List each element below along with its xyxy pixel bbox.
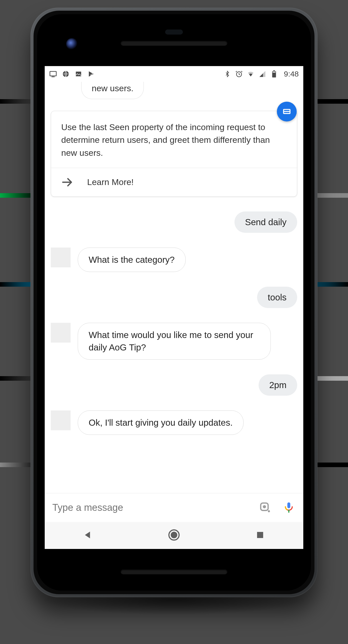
user-bubble[interactable]: 2pm — [259, 374, 297, 396]
user-message-text: Send daily — [245, 217, 287, 227]
user-bubble[interactable]: tools — [257, 287, 297, 308]
svg-rect-17 — [257, 532, 263, 538]
app-badge[interactable] — [277, 102, 297, 121]
bot-avatar — [51, 323, 71, 343]
lens-icon — [259, 501, 271, 515]
learn-more-label: Learn More! — [87, 177, 134, 187]
partial-bubble-text: new users. — [92, 83, 133, 93]
mic-icon — [283, 501, 295, 515]
svg-rect-13 — [287, 502, 290, 508]
status-time: 9:48 — [284, 70, 299, 78]
earpiece-speaker — [121, 41, 227, 46]
composer-bar — [45, 493, 303, 522]
play-icon — [87, 70, 95, 78]
recents-button[interactable] — [253, 528, 267, 543]
bot-message-row: Ok, I'll start giving you daily updates. — [51, 410, 297, 435]
bot-message-text: What time would you like me to send your… — [89, 330, 253, 352]
lens-button[interactable] — [258, 501, 272, 515]
svg-rect-6 — [273, 70, 275, 71]
tip-card: Use the last Seen property of the incomi… — [51, 111, 297, 197]
chat-scroll-area[interactable]: new users. Use the last Seen property of… — [45, 82, 303, 493]
bot-bubble[interactable]: Ok, I'll start giving you daily updates. — [78, 410, 244, 435]
cell-icon — [259, 70, 266, 78]
triangle-back-icon — [83, 530, 93, 541]
bot-bubble[interactable]: What is the category? — [78, 248, 186, 272]
arrow-right-icon — [61, 176, 73, 188]
message-input[interactable] — [52, 502, 248, 513]
battery-icon — [270, 70, 278, 78]
back-button[interactable] — [81, 528, 95, 543]
user-message-row: 2pm — [51, 374, 297, 396]
user-bubble[interactable]: Send daily — [234, 211, 297, 233]
user-message-row: tools — [51, 287, 297, 308]
proximity-sensor — [165, 29, 183, 35]
partial-previous-bubble: new users. — [81, 82, 144, 99]
bot-message-text: Ok, I'll start giving you daily updates. — [89, 418, 233, 427]
wifi-icon — [247, 70, 255, 78]
tray-icon — [282, 106, 292, 117]
svg-rect-7 — [273, 72, 275, 73]
front-camera — [66, 38, 78, 50]
svg-rect-3 — [76, 72, 81, 76]
circle-home-icon — [168, 529, 180, 542]
square-recents-icon — [256, 530, 265, 541]
navigation-bar — [45, 522, 303, 549]
screen: 9:48 new users. Use the last Seen proper… — [45, 66, 303, 549]
bot-avatar — [51, 410, 71, 430]
mic-button[interactable] — [282, 501, 296, 515]
svg-point-11 — [263, 505, 266, 508]
user-message-text: tools — [268, 292, 287, 302]
bluetooth-icon — [224, 70, 231, 78]
svg-point-16 — [171, 532, 177, 538]
photo-icon — [75, 70, 82, 78]
user-message-row: Send daily — [51, 211, 297, 233]
alarm-icon — [235, 70, 243, 78]
bot-avatar — [51, 248, 71, 267]
sports-icon — [62, 70, 70, 78]
bot-bubble[interactable]: What time would you like me to send your… — [78, 323, 271, 360]
bot-message-row: What is the category? — [51, 248, 297, 272]
phone-frame: 9:48 new users. Use the last Seen proper… — [30, 8, 318, 597]
status-bar: 9:48 — [45, 66, 303, 82]
cast-icon — [49, 70, 57, 78]
svg-rect-0 — [50, 71, 56, 76]
card-body-text: Use the last Seen property of the incomi… — [51, 111, 297, 168]
user-message-text: 2pm — [269, 380, 287, 390]
svg-point-12 — [268, 510, 270, 512]
bot-message-row: What time would you like me to send your… — [51, 323, 297, 360]
bottom-speaker — [121, 569, 227, 574]
home-button[interactable] — [167, 528, 181, 543]
bot-message-text: What is the category? — [89, 255, 175, 265]
learn-more-button[interactable]: Learn More! — [51, 168, 297, 196]
